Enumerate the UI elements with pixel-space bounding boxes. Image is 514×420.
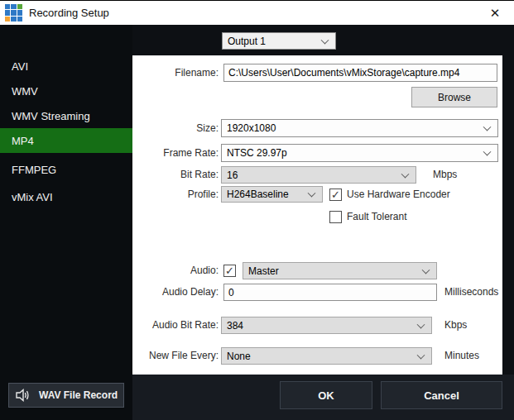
close-icon[interactable]: ✕ xyxy=(483,1,507,25)
sidebar-item-vmix-avi[interactable]: vMix AVI xyxy=(0,184,132,209)
format-sidebar: AVI WMV WMV Streaming MP4 FFMPEG vMix AV… xyxy=(0,25,132,420)
title-bar: Recording Setup ✕ xyxy=(0,0,514,25)
audio-delay-input[interactable] xyxy=(223,284,437,301)
audio-bit-rate-select[interactable]: 384 xyxy=(221,317,432,334)
sidebar-item-wmv[interactable]: WMV xyxy=(0,79,132,103)
audio-delay-unit: Milliseconds xyxy=(444,284,498,301)
profile-select-value: H264Baseline xyxy=(227,189,289,200)
sidebar-item-mp4[interactable]: MP4 xyxy=(0,128,132,153)
audio-bit-rate-select-value: 384 xyxy=(227,320,243,332)
bit-rate-label: Bit Rate: xyxy=(132,166,219,184)
new-file-every-label: New File Every: xyxy=(132,347,219,365)
audio-bit-rate-unit: Kbps xyxy=(444,317,467,334)
window-title: Recording Setup xyxy=(29,7,109,19)
filename-input[interactable] xyxy=(223,64,497,82)
new-file-every-select-value: None xyxy=(227,351,251,362)
frame-rate-select[interactable]: NTSC 29.97p xyxy=(221,144,498,162)
filename-label: Filename: xyxy=(132,64,219,82)
audio-delay-label: Audio Delay: xyxy=(132,284,219,301)
new-file-every-select[interactable]: None xyxy=(221,347,432,365)
chevron-down-icon xyxy=(483,123,492,131)
chevron-down-icon xyxy=(422,265,430,274)
audio-bit-rate-label: Audio Bit Rate: xyxy=(132,317,219,334)
wav-file-record-button[interactable]: WAV File Record xyxy=(8,383,124,408)
bit-rate-unit: Mbps xyxy=(433,166,457,184)
sidebar-item-ffmpeg[interactable]: FFMPEG xyxy=(0,157,132,182)
chevron-down-icon xyxy=(308,189,316,198)
bit-rate-select[interactable]: 16 xyxy=(221,166,416,184)
audio-select-value: Master xyxy=(248,265,279,277)
use-hardware-encoder-label: Use Hardware Encoder xyxy=(347,189,450,201)
chevron-down-icon xyxy=(401,169,410,178)
vmix-logo-icon xyxy=(5,4,22,21)
cancel-button[interactable]: Cancel xyxy=(381,381,502,409)
browse-button[interactable]: Browse xyxy=(411,87,497,107)
ok-button[interactable]: OK xyxy=(280,381,372,409)
size-label: Size: xyxy=(132,119,219,137)
profile-label: Profile: xyxy=(132,186,219,203)
chevron-down-icon xyxy=(417,320,425,328)
output-select-value: Output 1 xyxy=(228,36,266,47)
sidebar-item-wmv-streaming[interactable]: WMV Streaming xyxy=(0,103,132,128)
chevron-down-icon xyxy=(321,36,329,44)
size-select-value: 1920x1080 xyxy=(227,122,276,134)
bit-rate-select-value: 16 xyxy=(227,169,238,181)
wav-file-record-label: WAV File Record xyxy=(39,389,118,401)
settings-panel: Filename: Browse Size: 1920x1080 Frame R… xyxy=(132,55,502,375)
fault-tolerant-label: Fault Tolerant xyxy=(347,211,407,223)
audio-checkbox[interactable]: ✓ xyxy=(223,265,236,277)
audio-select[interactable]: Master xyxy=(243,262,437,279)
frame-rate-select-value: NTSC 29.97p xyxy=(227,147,287,159)
fault-tolerant-checkbox[interactable] xyxy=(329,211,342,223)
chevron-down-icon xyxy=(483,148,492,156)
frame-rate-label: Frame Rate: xyxy=(132,144,219,162)
profile-select[interactable]: H264Baseline xyxy=(221,186,323,203)
speaker-icon xyxy=(16,389,31,402)
output-select[interactable]: Output 1 xyxy=(222,32,336,50)
audio-label: Audio: xyxy=(132,262,219,279)
use-hardware-encoder-checkbox[interactable]: ✓ xyxy=(329,189,342,201)
new-file-every-unit: Minutes xyxy=(444,347,479,365)
chevron-down-icon xyxy=(417,351,425,359)
sidebar-item-avi[interactable]: AVI xyxy=(0,54,132,79)
size-select[interactable]: 1920x1080 xyxy=(221,119,498,137)
